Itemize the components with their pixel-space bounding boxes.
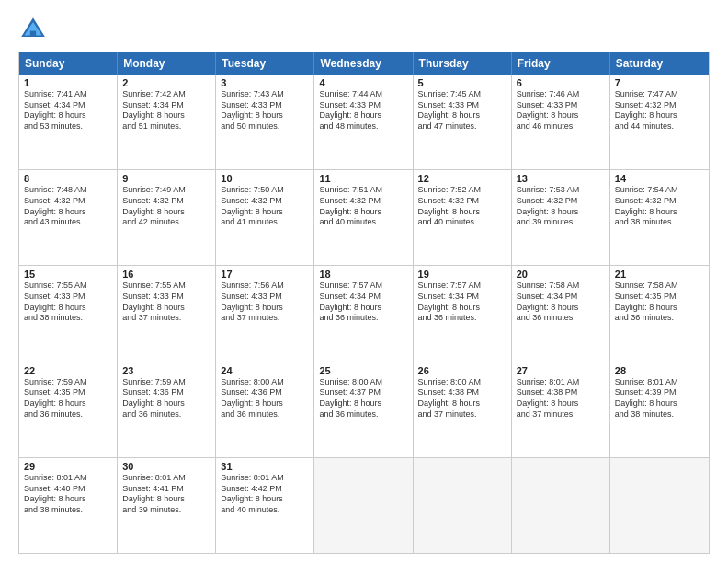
day-cell-6: 6Sunrise: 7:46 AM Sunset: 4:33 PM Daylig…	[512, 75, 610, 169]
day-cell-3: 3Sunrise: 7:43 AM Sunset: 4:33 PM Daylig…	[216, 75, 314, 169]
cell-info: Sunrise: 7:44 AM Sunset: 4:33 PM Dayligh…	[319, 89, 407, 132]
logo-icon	[18, 15, 48, 44]
cell-info: Sunrise: 7:55 AM Sunset: 4:33 PM Dayligh…	[24, 281, 112, 324]
page: SundayMondayTuesdayWednesdayThursdayFrid…	[0, 0, 728, 563]
day-cell-27: 27Sunrise: 8:01 AM Sunset: 4:38 PM Dayli…	[512, 362, 610, 457]
header-day-saturday: Saturday	[610, 52, 709, 75]
day-number: 18	[319, 269, 407, 280]
day-number: 30	[122, 461, 210, 472]
day-number: 4	[319, 77, 407, 88]
header-day-sunday: Sunday	[19, 52, 118, 75]
day-cell-7: 7Sunrise: 7:47 AM Sunset: 4:32 PM Daylig…	[610, 75, 709, 169]
cell-info: Sunrise: 8:00 AM Sunset: 4:37 PM Dayligh…	[319, 377, 407, 420]
cell-info: Sunrise: 7:43 AM Sunset: 4:33 PM Dayligh…	[221, 89, 309, 132]
cell-info: Sunrise: 7:45 AM Sunset: 4:33 PM Dayligh…	[418, 89, 506, 132]
day-number: 17	[221, 269, 309, 280]
day-cell-14: 14Sunrise: 7:54 AM Sunset: 4:32 PM Dayli…	[610, 170, 709, 265]
cell-info: Sunrise: 7:42 AM Sunset: 4:34 PM Dayligh…	[122, 89, 210, 132]
cell-info: Sunrise: 7:56 AM Sunset: 4:33 PM Dayligh…	[221, 281, 309, 324]
day-number: 19	[418, 269, 506, 280]
calendar-row-4: 22Sunrise: 7:59 AM Sunset: 4:35 PM Dayli…	[19, 362, 709, 457]
day-number: 1	[24, 77, 112, 88]
day-number: 13	[517, 173, 605, 184]
day-cell-4: 4Sunrise: 7:44 AM Sunset: 4:33 PM Daylig…	[314, 75, 413, 169]
cell-info: Sunrise: 7:59 AM Sunset: 4:35 PM Dayligh…	[24, 377, 112, 420]
empty-cell	[610, 458, 709, 553]
calendar-body: 1Sunrise: 7:41 AM Sunset: 4:34 PM Daylig…	[19, 75, 709, 553]
day-cell-25: 25Sunrise: 8:00 AM Sunset: 4:37 PM Dayli…	[314, 362, 413, 457]
calendar: SundayMondayTuesdayWednesdayThursdayFrid…	[18, 52, 710, 554]
day-cell-11: 11Sunrise: 7:51 AM Sunset: 4:32 PM Dayli…	[314, 170, 413, 265]
day-number: 5	[418, 77, 506, 88]
day-number: 11	[319, 173, 407, 184]
calendar-header: SundayMondayTuesdayWednesdayThursdayFrid…	[19, 52, 709, 75]
calendar-row-1: 1Sunrise: 7:41 AM Sunset: 4:34 PM Daylig…	[19, 75, 709, 169]
day-number: 26	[418, 365, 506, 376]
cell-info: Sunrise: 8:01 AM Sunset: 4:40 PM Dayligh…	[24, 473, 112, 516]
day-number: 14	[615, 173, 704, 184]
cell-info: Sunrise: 7:59 AM Sunset: 4:36 PM Dayligh…	[122, 377, 210, 420]
empty-cell	[512, 458, 610, 553]
day-cell-24: 24Sunrise: 8:00 AM Sunset: 4:36 PM Dayli…	[216, 362, 314, 457]
day-number: 10	[221, 173, 309, 184]
header-day-monday: Monday	[118, 52, 216, 75]
cell-info: Sunrise: 7:51 AM Sunset: 4:32 PM Dayligh…	[319, 185, 407, 228]
cell-info: Sunrise: 7:50 AM Sunset: 4:32 PM Dayligh…	[221, 185, 309, 228]
day-cell-31: 31Sunrise: 8:01 AM Sunset: 4:42 PM Dayli…	[216, 458, 314, 553]
cell-info: Sunrise: 7:46 AM Sunset: 4:33 PM Dayligh…	[517, 89, 605, 132]
day-number: 12	[418, 173, 506, 184]
cell-info: Sunrise: 8:01 AM Sunset: 4:41 PM Dayligh…	[122, 473, 210, 516]
day-number: 29	[24, 461, 112, 472]
day-cell-13: 13Sunrise: 7:53 AM Sunset: 4:32 PM Dayli…	[512, 170, 610, 265]
day-cell-1: 1Sunrise: 7:41 AM Sunset: 4:34 PM Daylig…	[19, 75, 118, 169]
header-day-tuesday: Tuesday	[216, 52, 314, 75]
header-day-thursday: Thursday	[414, 52, 512, 75]
day-number: 31	[221, 461, 309, 472]
day-number: 24	[221, 365, 309, 376]
cell-info: Sunrise: 7:41 AM Sunset: 4:34 PM Dayligh…	[24, 89, 112, 132]
day-number: 15	[24, 269, 112, 280]
day-number: 21	[615, 269, 704, 280]
day-number: 7	[615, 77, 704, 88]
day-cell-10: 10Sunrise: 7:50 AM Sunset: 4:32 PM Dayli…	[216, 170, 314, 265]
empty-cell	[414, 458, 512, 553]
cell-info: Sunrise: 7:48 AM Sunset: 4:32 PM Dayligh…	[24, 185, 112, 228]
cell-info: Sunrise: 7:54 AM Sunset: 4:32 PM Dayligh…	[615, 185, 704, 228]
day-cell-17: 17Sunrise: 7:56 AM Sunset: 4:33 PM Dayli…	[216, 266, 314, 361]
day-number: 23	[122, 365, 210, 376]
day-cell-2: 2Sunrise: 7:42 AM Sunset: 4:34 PM Daylig…	[118, 75, 216, 169]
day-cell-5: 5Sunrise: 7:45 AM Sunset: 4:33 PM Daylig…	[414, 75, 512, 169]
day-number: 25	[319, 365, 407, 376]
day-cell-8: 8Sunrise: 7:48 AM Sunset: 4:32 PM Daylig…	[19, 170, 118, 265]
header-day-wednesday: Wednesday	[314, 52, 413, 75]
day-cell-22: 22Sunrise: 7:59 AM Sunset: 4:35 PM Dayli…	[19, 362, 118, 457]
day-cell-9: 9Sunrise: 7:49 AM Sunset: 4:32 PM Daylig…	[118, 170, 216, 265]
calendar-row-5: 29Sunrise: 8:01 AM Sunset: 4:40 PM Dayli…	[19, 457, 709, 553]
day-number: 2	[122, 77, 210, 88]
cell-info: Sunrise: 8:00 AM Sunset: 4:38 PM Dayligh…	[418, 377, 506, 420]
day-number: 8	[24, 173, 112, 184]
cell-info: Sunrise: 7:53 AM Sunset: 4:32 PM Dayligh…	[517, 185, 605, 228]
header	[18, 15, 710, 44]
logo	[18, 15, 51, 44]
header-day-friday: Friday	[512, 52, 610, 75]
day-cell-29: 29Sunrise: 8:01 AM Sunset: 4:40 PM Dayli…	[19, 458, 118, 553]
day-number: 27	[517, 365, 605, 376]
cell-info: Sunrise: 7:57 AM Sunset: 4:34 PM Dayligh…	[319, 281, 407, 324]
day-number: 28	[615, 365, 704, 376]
day-number: 3	[221, 77, 309, 88]
cell-info: Sunrise: 7:49 AM Sunset: 4:32 PM Dayligh…	[122, 185, 210, 228]
cell-info: Sunrise: 8:00 AM Sunset: 4:36 PM Dayligh…	[221, 377, 309, 420]
cell-info: Sunrise: 8:01 AM Sunset: 4:39 PM Dayligh…	[615, 377, 704, 420]
cell-info: Sunrise: 7:47 AM Sunset: 4:32 PM Dayligh…	[615, 89, 704, 132]
svg-rect-2	[30, 31, 36, 37]
day-number: 9	[122, 173, 210, 184]
day-number: 22	[24, 365, 112, 376]
day-cell-20: 20Sunrise: 7:58 AM Sunset: 4:34 PM Dayli…	[512, 266, 610, 361]
day-number: 20	[517, 269, 605, 280]
day-cell-30: 30Sunrise: 8:01 AM Sunset: 4:41 PM Dayli…	[118, 458, 216, 553]
day-cell-21: 21Sunrise: 7:58 AM Sunset: 4:35 PM Dayli…	[610, 266, 709, 361]
calendar-row-3: 15Sunrise: 7:55 AM Sunset: 4:33 PM Dayli…	[19, 265, 709, 361]
day-cell-16: 16Sunrise: 7:55 AM Sunset: 4:33 PM Dayli…	[118, 266, 216, 361]
day-cell-23: 23Sunrise: 7:59 AM Sunset: 4:36 PM Dayli…	[118, 362, 216, 457]
